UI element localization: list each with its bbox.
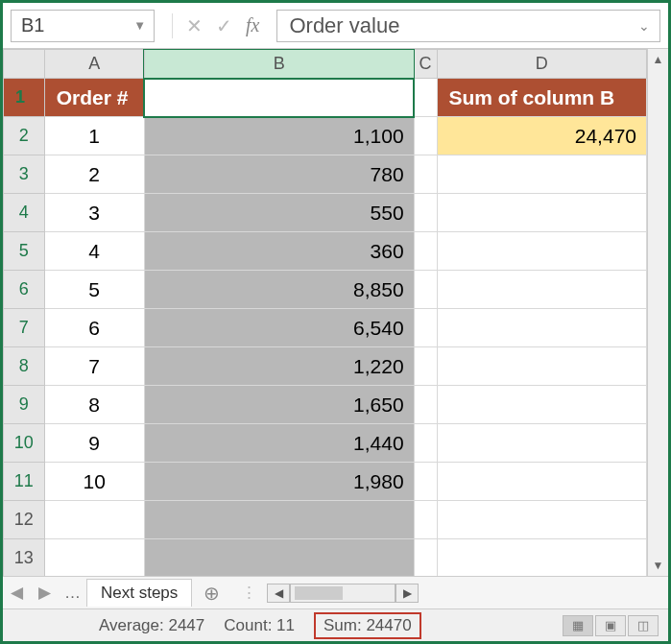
table-row: 32780	[4, 155, 647, 194]
table-row: 981,650	[4, 386, 647, 424]
tab-nav-next-icon[interactable]: ▶	[31, 583, 59, 603]
cell[interactable]: Sum of column B	[437, 79, 647, 117]
vertical-scrollbar[interactable]: ▲ ▼	[647, 49, 668, 576]
cell[interactable]: 1	[44, 117, 144, 155]
table-row: 658,850	[4, 271, 647, 309]
table-row: 1091,440	[4, 424, 647, 463]
accept-icon[interactable]: ✓	[216, 14, 232, 37]
status-bar: Average: 2447 Count: 11 Sum: 24470 ▦ ▣ ◫	[3, 608, 668, 641]
view-normal-icon[interactable]: ▦	[563, 615, 593, 636]
table-row: 13	[4, 539, 647, 577]
tab-nav-prev-icon[interactable]: ◀	[3, 583, 31, 603]
view-page-layout-icon[interactable]: ▣	[595, 615, 626, 636]
table-row: 43550	[4, 194, 647, 232]
col-header-b[interactable]: B	[144, 50, 414, 79]
formula-bar-buttons: ✕ ✓ fx	[164, 13, 267, 38]
formula-bar: B1 ▼ ✕ ✓ fx Order value ⌄	[3, 3, 668, 49]
scroll-thumb[interactable]	[295, 586, 343, 600]
col-header-d[interactable]: D	[437, 50, 647, 79]
cell[interactable]	[414, 79, 437, 117]
cell[interactable]	[414, 117, 437, 155]
status-average: Average: 2447	[99, 616, 204, 635]
view-page-break-icon[interactable]: ◫	[628, 615, 659, 636]
sheet-tab[interactable]: Next steps	[86, 579, 192, 607]
expand-formula-icon[interactable]: ⌄	[638, 18, 650, 34]
name-box[interactable]: B1 ▼	[11, 10, 155, 42]
formula-value: Order value	[289, 13, 399, 38]
column-headers: A B C D	[4, 50, 647, 79]
table-row: 54360	[4, 232, 647, 271]
row-header[interactable]: 1	[4, 79, 45, 117]
status-count: Count: 11	[224, 616, 295, 635]
col-header-a[interactable]: A	[44, 50, 144, 79]
name-box-value: B1	[21, 14, 44, 36]
scroll-down-icon[interactable]: ▼	[653, 559, 664, 572]
sheet-tabs-bar: ◀ ▶ … Next steps ⊕ ⋮ ◀ ▶	[3, 576, 668, 608]
cancel-icon[interactable]: ✕	[186, 14, 203, 37]
scroll-up-icon[interactable]: ▲	[653, 53, 664, 66]
horizontal-scrollbar[interactable]: ◀ ▶	[267, 584, 419, 603]
view-switcher: ▦ ▣ ◫	[563, 615, 659, 636]
fx-icon[interactable]: fx	[246, 14, 259, 36]
cell[interactable]: 1,100	[144, 117, 414, 155]
table-row: 11101,980	[4, 463, 647, 501]
tab-overflow-icon[interactable]: …	[59, 584, 86, 603]
table-row: 871,220	[4, 347, 647, 386]
cell[interactable]: Order #	[44, 79, 144, 117]
formula-input[interactable]: Order value ⌄	[276, 10, 660, 42]
scroll-track[interactable]	[290, 584, 395, 603]
cell-active[interactable]: Order value	[144, 79, 414, 117]
spreadsheet-grid[interactable]: A B C D 1 Order # Order value Sum of col…	[3, 49, 647, 576]
col-header-c[interactable]: C	[414, 50, 437, 79]
scroll-right-icon[interactable]: ▶	[395, 584, 419, 603]
table-row: 12	[4, 501, 647, 539]
table-row: 1 Order # Order value Sum of column B	[4, 79, 647, 117]
scroll-left-icon[interactable]: ◀	[267, 584, 290, 603]
cell-sum[interactable]: 24,470	[437, 117, 647, 155]
select-all-corner[interactable]	[4, 50, 45, 79]
add-sheet-icon[interactable]: ⊕	[192, 582, 231, 605]
row-header[interactable]: 2	[4, 117, 45, 155]
table-row: 766,540	[4, 309, 647, 347]
status-sum: Sum: 24470	[314, 612, 421, 639]
chevron-down-icon[interactable]: ▼	[133, 18, 146, 33]
table-row: 2 1 1,100 24,470	[4, 117, 647, 155]
